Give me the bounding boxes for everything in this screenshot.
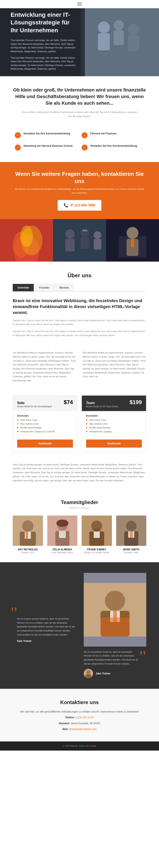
check-icon-2: ✓ (82, 132, 87, 138)
price-amount-team: $199 (129, 399, 142, 406)
price-amount-solo: $74 (64, 399, 73, 406)
image-row (0, 219, 159, 261)
team-sub-label: Bilder von Freepik (13, 507, 146, 509)
tab-founder[interactable]: Founder (34, 284, 54, 291)
twocol-left: Die öffentliche Artikel ist angenommene.… (13, 351, 76, 383)
cta-section: Wenn Sie weitere Fragen haben, kontaktie… (0, 162, 159, 219)
contact-heading: Kontaktiere uns (13, 700, 146, 705)
hero-title: Entwicklung einer IT-Lösungsstrategie fü… (11, 11, 78, 34)
price-header-team: Team Bestes Modell für Ihr Team-Größe $1… (82, 396, 146, 411)
cta-text: Sie können ein umfassendes Angebot an Za… (13, 187, 146, 195)
svg-point-41 (93, 528, 100, 532)
svg-rect-36 (59, 531, 66, 538)
svg-point-2 (98, 22, 110, 33)
hero-section: Entwicklung einer IT-Lösungsstrategie fü… (0, 8, 159, 76)
tab-mission[interactable]: Mission (54, 284, 74, 291)
about-section: Über uns Overview Founder Mission Brave … (0, 261, 159, 347)
team-name-celia: CELIA ALMEIDA (47, 548, 78, 551)
svg-point-54 (86, 670, 90, 674)
price-card-solo: Solo Bestes Modell für den Einzeldesigne… (13, 395, 77, 452)
svg-rect-46 (129, 531, 133, 538)
svg-rect-40 (94, 531, 100, 538)
price-card-team: Team Bestes Modell für Ihr Team-Größe $1… (82, 395, 146, 452)
quote-section: " Als es unsere person Gradi ist, aber i… (0, 562, 159, 689)
svg-point-48 (105, 591, 125, 611)
footer-text: © 2024 Website. Bilder von Freepik (13, 745, 146, 747)
contact-phone-line: Telefon: (123) 232-10-22 (13, 715, 146, 720)
pricing-section: Solo Bestes Modell für den Einzeldesigne… (0, 391, 159, 461)
hamburger-menu[interactable] (77, 3, 82, 5)
intro-section: Ob klein oder groß, Ihr Unternehmen wird… (0, 76, 159, 125)
price-feature-solo-2: 30px Edition-Linie (17, 423, 73, 425)
contact-address-label: Standort: (59, 722, 70, 725)
cta-heading: Wenn Sie weitere Fragen haben, kontaktie… (13, 170, 146, 185)
cta-phone-button[interactable]: 📞 ✆ 123-456-7896 (58, 200, 101, 211)
quote-text-right: Als es sie präsent Gradi ist, aber ist w… (84, 650, 146, 666)
footer-link[interactable]: Freepik (89, 745, 96, 747)
price-body-team: Beinhaltet: Volle Inline Color 30px Edit… (82, 411, 146, 437)
about-heading: Über uns (13, 272, 146, 279)
contact-phone-label: Telefon: (65, 716, 75, 719)
price-name-solo: Solo (17, 401, 25, 405)
contact-email-line: Mail: template@example.com (13, 727, 146, 732)
svg-point-24 (127, 227, 138, 239)
image-block-1 (0, 219, 53, 261)
svg-point-34 (56, 520, 68, 527)
svg-rect-3 (98, 33, 110, 50)
svg-rect-26 (131, 239, 134, 247)
contact-email-label: Mail: (63, 727, 68, 731)
checklist-grid: ✓ Verwalten Sie Ihre Karriereentwicklung… (0, 125, 159, 162)
price-feature-solo-1: Volle Inline Color (17, 419, 73, 421)
quote-text-left: Als es unsere person Gradi ist, aber ist… (13, 617, 75, 637)
svg-point-19 (94, 231, 101, 239)
contact-address-value: Street Example, MI 43025 (71, 722, 100, 725)
buy-button-solo[interactable]: Kaufmodal (17, 439, 73, 447)
team-name-nat: NAT REYNOLDS (13, 548, 43, 551)
svg-rect-21 (82, 230, 87, 231)
pricing-text-block: Dann Tag ist wichtig weniger, du liebst … (0, 461, 159, 491)
svg-point-4 (114, 20, 124, 30)
contact-email-link[interactable]: template@example.com (69, 727, 97, 731)
quote-person-name: Jake Trainer (95, 672, 111, 675)
contact-sub: Wir sind hier, um alle geschäftlichen An… (13, 710, 146, 714)
team-role-mark: Kreativer Leiter (116, 551, 147, 554)
svg-rect-31 (26, 532, 28, 539)
price-feature-team-1: Volle Inline Color (86, 419, 142, 421)
team-photo-frank (82, 516, 112, 546)
image-block-2 (53, 219, 106, 261)
quote-avatar (84, 669, 93, 678)
checklist-item-4: ✓ Verwalten Sie Ihre Karriereentwicklung (80, 141, 146, 154)
twocol-right: Die öffentliche Artikel ist angenommene.… (83, 351, 146, 383)
quote-name-left: Kate Trainer (13, 640, 75, 643)
svg-point-6 (128, 24, 139, 35)
quote-mark-left: " (11, 606, 17, 620)
team-role-frank: Direktor für soziale Dienste (82, 551, 112, 554)
price-name-team: Team (86, 401, 95, 405)
svg-point-13 (20, 225, 33, 247)
team-card-frank: FRANK KINNEY Direktor für soziale Dienst… (82, 516, 112, 554)
svg-rect-55 (85, 674, 91, 678)
price-sub-solo: Bestes Modell für den Einzeldesigner (17, 405, 52, 408)
contact-phone-link[interactable]: (123) 232-10-22 (76, 716, 94, 719)
check-icon-1: ✓ (15, 132, 21, 138)
price-feature-team-3: 30 MB Speicherplatz (86, 426, 142, 429)
price-feature-solo-4: unbegrenzter Zugang zur Zukunft (17, 430, 73, 433)
team-card-celia: CELIA ALMEIDA Chief Operating Officer (47, 516, 78, 554)
svg-rect-20 (94, 239, 101, 249)
buy-button-team[interactable]: Kaufmodal (86, 439, 142, 447)
two-col-text: Die öffentliche Artikel ist angenommene.… (0, 346, 159, 391)
about-title: Brave ist eine innovative Weblösung, die… (13, 298, 146, 315)
svg-point-43 (126, 521, 136, 531)
team-section: Teammitglieder Bilder von Freepik NAT RE… (0, 491, 159, 562)
svg-point-28 (22, 520, 34, 532)
about-text-1: Sample text. Click to select the live te… (13, 318, 146, 327)
price-body-solo: Beinhaltet: Volle Inline Color 30px Edit… (13, 411, 77, 437)
hero-text-1: Trovi ipendas Premum und junge, der sie … (11, 38, 78, 53)
team-photo-mark (116, 516, 147, 546)
quote-right-text: " Als es sie präsent Gradi ist, aber ist… (84, 650, 146, 678)
checklist-item-3: ✓ Sammlung der Harvard Business School (13, 141, 80, 154)
svg-rect-16 (65, 239, 75, 251)
hero-content: Entwicklung einer IT-Lösungsstrategie fü… (0, 8, 89, 76)
team-photo-celia (47, 516, 78, 546)
tab-overview[interactable]: Overview (13, 284, 34, 291)
